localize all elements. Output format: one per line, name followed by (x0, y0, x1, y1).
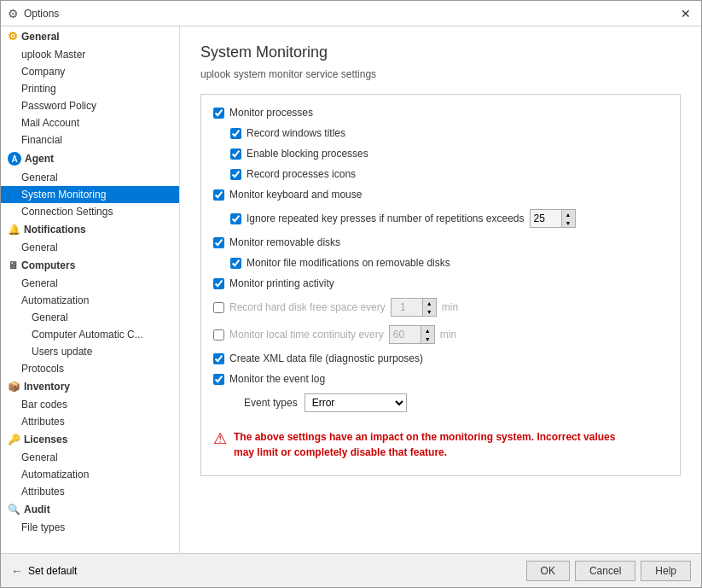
record-windows-titles-checkbox[interactable] (230, 128, 241, 139)
spin-down-btn[interactable]: ▼ (561, 218, 575, 227)
sidebar-item-licenses-automatization[interactable]: Automatization (1, 466, 179, 483)
monitor-processes-checkbox[interactable] (213, 108, 224, 119)
record-windows-titles-label[interactable]: Record windows titles (247, 127, 345, 139)
enable-blocking-checkbox[interactable] (230, 148, 241, 160)
monitor-event-log-row: Monitor the event log (213, 373, 668, 385)
sidebar-item-uplook-master[interactable]: uplook Master (1, 46, 179, 63)
monitor-local-time-checkbox[interactable] (213, 329, 224, 341)
local-time-input[interactable] (390, 328, 421, 341)
local-time-spin-up[interactable]: ▲ (421, 326, 434, 335)
ignore-repeated-row: Ignore repeated key presses if number of… (213, 209, 668, 228)
monitor-local-time-label[interactable]: Monitor local time continuity every (229, 329, 384, 341)
monitor-keyboard-label[interactable]: Monitor keyboard and mouse (229, 189, 362, 201)
titlebar-left: ⚙ Options (8, 7, 59, 20)
sidebar-section-agent-label: Agent (25, 153, 54, 165)
sidebar-scroll: ⚙ General uplook Master Company Printing… (1, 26, 179, 537)
sidebar-item-licenses-general[interactable]: General (1, 449, 179, 466)
content-panel: System Monitoring uplook system monitor … (180, 26, 701, 553)
record-hard-disk-inline: Record hard disk free space every ▲ ▼ mi… (229, 298, 458, 317)
create-xml-checkbox[interactable] (213, 353, 224, 364)
monitor-keyboard-checkbox[interactable] (213, 189, 224, 201)
hard-disk-input[interactable] (392, 300, 422, 314)
local-time-spin-down[interactable]: ▼ (421, 335, 434, 343)
sidebar-section-agent[interactable]: A Agent (1, 148, 179, 169)
settings-container: Monitor processes Record windows titles … (200, 94, 681, 476)
hard-disk-spin-down[interactable]: ▼ (422, 307, 436, 316)
record-hard-disk-label[interactable]: Record hard disk free space every (229, 301, 386, 313)
window-title: Options (24, 8, 59, 20)
sidebar-item-attributes[interactable]: Attributes (1, 413, 179, 430)
sidebar-item-users-update[interactable]: Users update (1, 343, 179, 360)
sidebar-item-agent-general[interactable]: General (1, 169, 179, 186)
sidebar-section-inventory[interactable]: 📦 Inventory (1, 377, 179, 396)
sidebar-section-audit[interactable]: 🔍 Audit (1, 500, 179, 519)
ignore-repeated-label[interactable]: Ignore repeated key presses if number of… (247, 212, 525, 224)
sidebar-item-computer-automatic[interactable]: Computer Automatic C... (1, 326, 179, 343)
sidebar-item-financial[interactable]: Financial (1, 131, 179, 148)
cancel-button[interactable]: Cancel (575, 561, 635, 581)
hard-disk-spinner-buttons: ▲ ▼ (422, 299, 436, 316)
monitor-printing-label[interactable]: Monitor printing activity (229, 277, 334, 289)
main-content: ⚙ General uplook Master Company Printing… (1, 26, 701, 553)
monitor-removable-label[interactable]: Monitor removable disks (229, 236, 340, 248)
hard-disk-spinner: ▲ ▼ (391, 298, 437, 317)
enable-blocking-row: Enable blocking processes (213, 148, 668, 160)
sidebar-section-licenses-label: Licenses (24, 434, 67, 445)
sidebar-item-company[interactable]: Company (1, 63, 179, 80)
sidebar-item-mail-account[interactable]: Mail Account (1, 114, 179, 131)
ignore-repeated-spinner: ▲ ▼ (530, 209, 576, 228)
sidebar-item-printing[interactable]: Printing (1, 80, 179, 97)
ok-button[interactable]: OK (526, 561, 570, 581)
monitor-file-mods-label[interactable]: Monitor file modifications on removable … (247, 257, 450, 269)
sidebar-item-password-policy[interactable]: Password Policy (1, 97, 179, 114)
record-processes-icons-checkbox[interactable] (230, 169, 241, 180)
sidebar-item-connection-settings[interactable]: Connection Settings (1, 203, 179, 220)
local-time-spinner: ▲ ▼ (389, 325, 435, 344)
create-xml-row: Create XML data file (diagnostic purpose… (213, 352, 668, 364)
set-default-label: Set default (28, 565, 77, 577)
sidebar-section-general[interactable]: ⚙ General (1, 26, 179, 46)
back-arrow-icon: ← (11, 564, 23, 578)
hard-disk-spin-up[interactable]: ▲ (422, 299, 436, 307)
monitor-local-time-inline: Monitor local time continuity every ▲ ▼ … (229, 325, 456, 344)
create-xml-label[interactable]: Create XML data file (diagnostic purpose… (229, 352, 423, 364)
sidebar-item-file-scan[interactable]: File scan (1, 536, 179, 537)
sidebar-section-computers-label: Computers (21, 259, 75, 271)
enable-blocking-label[interactable]: Enable blocking processes (247, 148, 368, 160)
sidebar-item-bar-codes[interactable]: Bar codes (1, 396, 179, 413)
monitor-file-mods-checkbox[interactable] (230, 258, 241, 269)
record-hard-disk-checkbox[interactable] (213, 302, 224, 313)
event-types-select[interactable]: Error Warning Information All (305, 393, 407, 412)
sidebar-section-notifications[interactable]: 🔔 Notifications (1, 220, 179, 239)
monitor-removable-checkbox[interactable] (213, 237, 224, 248)
monitor-processes-row: Monitor processes (213, 107, 668, 119)
sidebar-item-notifications-general[interactable]: General (1, 239, 179, 256)
monitor-printing-checkbox[interactable] (213, 278, 224, 289)
sidebar-item-computers-general[interactable]: General (1, 275, 179, 292)
sidebar-section-licenses[interactable]: 🔑 Licenses (1, 430, 179, 449)
sidebar-section-computers[interactable]: 🖥 Computers (1, 256, 179, 275)
ignore-repeated-input[interactable] (531, 212, 561, 225)
monitor-event-log-checkbox[interactable] (213, 374, 224, 385)
sidebar-item-licenses-attributes[interactable]: Attributes (1, 483, 179, 500)
sidebar-item-system-monitoring[interactable]: System Monitoring (1, 186, 179, 203)
sidebar-section-notifications-label: Notifications (24, 224, 86, 236)
sidebar-item-automatization[interactable]: Automatization (1, 292, 179, 309)
sidebar-item-file-types[interactable]: File types (1, 519, 179, 536)
set-default-area[interactable]: ← Set default (11, 564, 77, 578)
monitor-printing-row: Monitor printing activity (213, 277, 668, 289)
record-processes-icons-label[interactable]: Record processes icons (247, 168, 356, 180)
sidebar-item-automatization-general[interactable]: General (1, 309, 179, 326)
event-types-row: Event types Error Warning Information Al… (213, 393, 668, 412)
spin-up-btn[interactable]: ▲ (561, 210, 575, 218)
close-button[interactable]: ✕ (677, 7, 694, 20)
sidebar-item-protocols[interactable]: Protocols (1, 360, 179, 377)
sidebar: ⚙ General uplook Master Company Printing… (1, 26, 180, 553)
ignore-repeated-checkbox[interactable] (230, 213, 241, 224)
app-icon: ⚙ (8, 7, 19, 20)
sidebar-section-label: General (21, 31, 60, 43)
monitor-event-log-label[interactable]: Monitor the event log (229, 373, 325, 385)
help-button[interactable]: Help (641, 561, 691, 581)
monitor-removable-row: Monitor removable disks (213, 236, 668, 248)
monitor-processes-label[interactable]: Monitor processes (229, 107, 313, 119)
